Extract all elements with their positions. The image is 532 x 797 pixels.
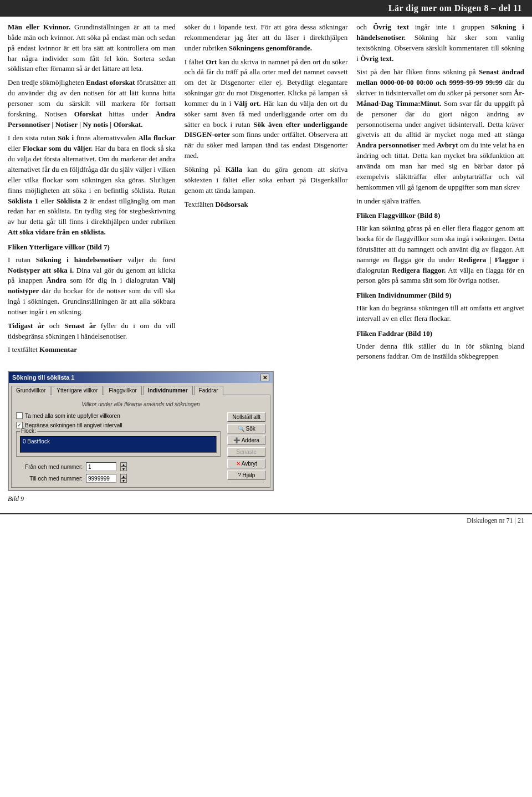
col2-p3: Sökning på Källa kan du göra genom att s… [185,165,348,196]
bild-caption: Bild 9 [8,494,347,504]
page-header: Lär dig mer om Disgen 8 – del 11 [0,0,532,17]
tab-faddrar[interactable]: Faddrar [194,386,223,395]
column-3: och Övrig text ingår inte i gruppen Sökn… [352,22,524,365]
field-row-from: Från och med nummer: ▲ ▼ [16,462,221,471]
col2-p2: I fältet Ort kan du skriva in namnet på … [185,57,348,161]
field-from-spinner[interactable]: ▲ ▼ [120,462,127,471]
dialog-titlebar: Sökning till söklista 1 ✕ [9,372,273,383]
header-title: Lär dig mer om Disgen 8 – del 11 [388,3,522,13]
col3-p5: Här kan du begränsa sökningen till att o… [356,303,524,324]
spinner-up-2[interactable]: ▲ [120,474,127,478]
dialog-info-bar: Villkor under alla flikarna används vid … [16,400,265,409]
x-icon: ✕ [236,461,241,467]
tab-grundvillkor[interactable]: Grundvillkor [11,386,50,395]
dialog-side-buttons: Nollställ allt 🔍 Sök ➕ Addera Senaste ✕ [227,412,265,483]
sok-button[interactable]: 🔍 Sök [227,424,265,433]
col1-p6: I textfältet Kommentar [8,345,176,355]
checkbox-not-fulfil[interactable] [16,412,23,419]
checkbox-begransat-label: Begränsa sökningen till angivet interval… [25,422,122,428]
page-footer: Diskulogen nr 71 | 21 [0,513,532,527]
col1-p2: Den tredje sökmöjligheten Endast oforska… [8,78,176,130]
addera-icon: ➕ [233,437,240,443]
spinner-up-1[interactable]: ▲ [120,462,127,467]
dialog-close-button[interactable]: ✕ [260,374,269,381]
col3-p3: in under själva träffen. [356,196,524,207]
col3-p4: Här kan sökning göras på en eller flera … [356,223,524,286]
hjalp-button[interactable]: ? Hjälp [227,471,265,480]
tab-ytterligare[interactable]: Ytterligare villkor [52,386,103,395]
col3-p6: Under denna flik ställer du in för sökni… [356,341,524,362]
col3-p1: och Övrig text ingår inte i gruppen Sökn… [356,22,524,64]
flock-listbox[interactable]: 0 Bastflock [20,436,217,453]
checkbox-row-2: Begränsa sökningen till angivet interval… [16,422,221,428]
col1-heading-ytterligare: Fliken Ytterligare villkor (Bild 7) [8,242,176,253]
tab-individnummer[interactable]: Individnummer [143,386,193,395]
col2-p4: Textfälten Dödsorsak [185,200,348,210]
field-to-label: Till och med nummer: [16,476,83,482]
flock-group: Flock: 0 Bastflock [16,431,221,457]
avbryt-button[interactable]: ✕ Avbryt [227,459,265,468]
field-from-label: Från och med nummer: [16,464,83,470]
dialog-title: Sökning till söklista 1 [12,374,74,381]
checkbox-not-fulfil-label: Ta med alla som inte uppfyller villkoren [25,413,120,419]
col1-p1: Män eller Kvinnor. Grundinställningen är… [8,22,176,74]
dialog-image-area: Sökning till söklista 1 ✕ Grundvillkor Y… [8,371,352,513]
dialog-window: Sökning till söklista 1 ✕ Grundvillkor Y… [8,371,274,491]
col1-p4: I rutan Sökning i händelsenotiser väljer… [8,255,176,318]
field-to-input[interactable] [86,474,116,483]
field-to-spinner[interactable]: ▲ ▼ [120,474,127,483]
spinner-down-1[interactable]: ▼ [120,467,127,471]
dialog-body: Villkor under alla flikarna används vid … [11,395,270,488]
question-icon: ? [238,472,241,478]
addera-button[interactable]: ➕ Addera [227,436,265,445]
col1-p5: Tidigast år och Senast år fyller du i om… [8,321,176,342]
checkbox-row-1: Ta med alla som inte uppfyller villkoren [16,412,221,419]
col3-heading-individ: Fliken Individnummer (Bild 9) [356,290,524,301]
col1-p3: I den sista rutan Sök i finns alternativ… [8,133,176,237]
nollstall-button[interactable]: Nollställ allt [227,412,265,422]
column-3-lower [352,371,524,513]
footer-text: Diskulogen nr 71 | 21 [467,517,524,525]
col3-heading-faddrar: Fliken Faddrar (Bild 10) [356,329,524,339]
dialog-tabs: Grundvillkor Ytterligare villkor Flaggvi… [9,383,273,395]
col2-p1: söker du i löpande text. För att göra de… [185,22,348,54]
flock-group-legend: Flock: [20,428,37,434]
field-row-to: Till och med nummer: ▲ ▼ [16,474,221,483]
field-from-input[interactable] [86,462,116,471]
col3-p2: Sist på den här fliken finns sökning på … [356,67,524,192]
binoculars-icon: 🔍 [238,426,244,432]
col3-heading-flagg: Fliken Flaggvillkor (Bild 8) [356,211,524,221]
dialog-bottom-section: Från och med nummer: ▲ ▼ Till och med nu… [16,462,221,483]
column-1: Män eller Kvinnor. Grundinställningen är… [8,22,180,365]
tab-flaggvillkor[interactable]: Flaggvillkor [104,386,142,395]
senaste-button[interactable]: Senaste [227,447,265,457]
column-2: söker du i löpande text. För att göra de… [180,22,352,365]
spinner-down-2[interactable]: ▼ [120,478,127,483]
